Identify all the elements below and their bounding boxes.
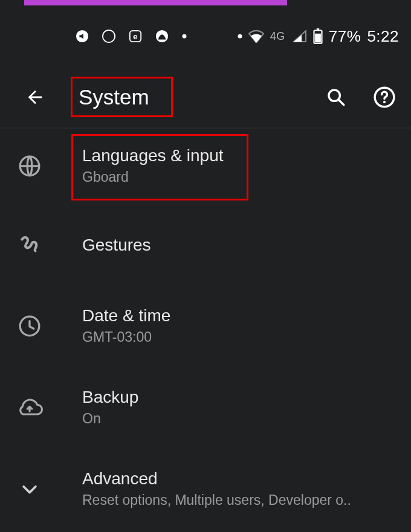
search-button[interactable] [323, 84, 349, 111]
back-button[interactable] [17, 79, 53, 115]
settings-item-advanced[interactable]: Advanced Reset options, Multiple users, … [0, 453, 411, 514]
app-bar-actions [323, 84, 398, 111]
settings-item-backup[interactable]: Backup On [0, 371, 411, 453]
svg-rect-9 [315, 34, 321, 43]
settings-item-title: Backup [82, 388, 138, 407]
network-type-label: 4G [270, 30, 285, 43]
vpn-icon [155, 30, 169, 43]
battery-icon [313, 28, 323, 44]
status-bar-right: 4G 77% 5:22 [238, 27, 399, 46]
globe-icon [13, 150, 46, 182]
help-icon [373, 86, 396, 109]
settings-item-title: Gestures [82, 236, 151, 255]
settings-item-languages[interactable]: Languages & input Gboard [0, 129, 411, 210]
wifi-icon [248, 30, 264, 43]
svg-rect-8 [317, 28, 319, 30]
battery-percent-label: 77% [329, 27, 361, 46]
app-bar: System [0, 69, 411, 125]
settings-item-title: Date & time [82, 306, 170, 325]
cloud-upload-icon [13, 391, 46, 424]
settings-item-subtitle: Gboard [82, 169, 224, 185]
app-e-icon: e [129, 30, 142, 43]
settings-item-title: Advanced [82, 469, 351, 489]
settings-item-subtitle: GMT-03:00 [82, 329, 170, 345]
settings-item-datetime[interactable]: Date & time GMT-03:00 [0, 288, 411, 371]
dot-icon [182, 34, 187, 39]
gesture-icon [13, 229, 46, 261]
clock-icon [13, 310, 46, 342]
svg-point-6 [238, 34, 242, 39]
back-arrow-icon [25, 87, 45, 107]
svg-point-12 [383, 101, 386, 103]
settings-item-subtitle: On [82, 411, 138, 427]
svg-point-5 [183, 34, 187, 39]
svg-text:e: e [133, 32, 138, 41]
page-title: System [79, 85, 149, 109]
svg-point-1 [103, 30, 115, 42]
signal-icon [293, 30, 307, 43]
settings-item-title: Languages & input [82, 146, 224, 165]
settings-item-subtitle: Reset options, Multiple users, Developer… [82, 492, 351, 508]
dnd-icon [102, 30, 115, 43]
chevron-down-icon [13, 473, 46, 505]
settings-list: Languages & input Gboard Gestures Date &… [0, 129, 411, 532]
dot-icon [238, 34, 242, 39]
help-button[interactable] [371, 84, 398, 111]
search-icon [326, 87, 346, 107]
sound-icon [76, 30, 89, 43]
settings-item-gestures[interactable]: Gestures [0, 210, 411, 288]
status-bar: e 4G 77% 5:22 [0, 24, 411, 48]
decorative-top-bar [24, 0, 287, 5]
status-bar-left-icons: e [76, 30, 187, 43]
clock-label: 5:22 [367, 27, 399, 46]
